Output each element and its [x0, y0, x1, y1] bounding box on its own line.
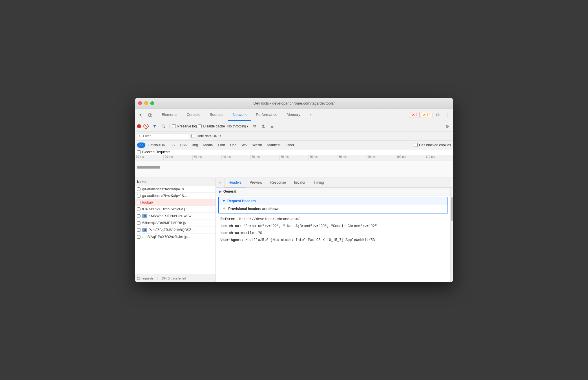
error-badge[interactable]: ✕ 2	[410, 112, 420, 118]
tab-elements[interactable]: Elements	[157, 109, 182, 121]
more-menu-icon[interactable]: ⋮	[443, 111, 451, 119]
file-checkbox[interactable]	[137, 207, 140, 211]
file-list-footer: 25 requests | 594 B transferred	[135, 274, 216, 282]
close-button[interactable]	[138, 101, 142, 105]
type-btn-fetch-xhr[interactable]: Fetch/XHR	[146, 142, 168, 148]
filter-bar: Hide data URLs	[135, 131, 453, 141]
list-item[interactable]: 🖼 KMNWpnRJTP6eHJs1wEw...	[135, 213, 216, 220]
upload-icon[interactable]	[260, 123, 267, 130]
warning-triangle-icon: ⚠	[222, 207, 226, 211]
type-btn-other[interactable]: Other	[283, 142, 297, 148]
tab-more[interactable]: »	[305, 109, 316, 121]
file-checkbox[interactable]	[137, 187, 140, 191]
detail-scroll-thumb[interactable]	[451, 197, 453, 221]
record-button[interactable]	[137, 124, 141, 128]
detail-tab-initiator[interactable]: Initiator	[290, 178, 309, 187]
type-btn-img[interactable]: Img	[190, 142, 200, 148]
list-item[interactable]: - nBjAqf1PuX7O2nvJbJck.jp...	[135, 234, 216, 240]
file-checkbox[interactable]	[137, 235, 140, 239]
detail-tab-timing[interactable]: Timing	[309, 178, 328, 187]
filter-input-wrap	[137, 133, 189, 139]
request-headers-header[interactable]: ▼ Request Headers	[219, 197, 448, 205]
request-headers-bordered-box: ▼ Request Headers ⚠ Provisional headers …	[218, 197, 448, 213]
list-item[interactable]: ga-audiences?t=sr&aip=1&...	[135, 193, 216, 199]
wifi-icon[interactable]	[251, 123, 258, 130]
traffic-lights	[138, 101, 154, 105]
type-btn-js[interactable]: JS	[168, 142, 177, 148]
file-list: ga-audiences?t=sr&aip=1&... ga-audiences…	[135, 186, 216, 274]
detail-tab-response[interactable]: Response	[266, 178, 290, 187]
minimize-button[interactable]	[144, 101, 148, 105]
download-icon[interactable]	[268, 123, 276, 130]
tab-network[interactable]: Network	[228, 109, 251, 121]
list-item[interactable]: 🖼 PzmJZBgZBJ612Hy8QBSZ...	[135, 226, 216, 234]
file-checkbox[interactable]	[137, 194, 140, 198]
settings-icon[interactable]: ⚙	[434, 111, 442, 119]
detail-tab-preview[interactable]: Preview	[246, 178, 266, 187]
window-title: DevTools - developer.chrome.com/tags/dev…	[253, 101, 335, 105]
filter-icon[interactable]	[151, 123, 158, 130]
tick-60ms: 60 ms	[280, 155, 308, 160]
warning-badge[interactable]: ✕ 12	[421, 112, 432, 118]
list-item[interactable]: fD43v6RiVCDlmo3WhVPe.j...	[135, 206, 216, 213]
tick-50ms: 50 ms	[251, 155, 280, 160]
main-tabs: Elements Console Sources Network Perform…	[157, 109, 408, 121]
tick-20ms: 20 ms	[164, 155, 193, 160]
network-settings-icon[interactable]: ⚙	[443, 123, 451, 130]
list-item-selected[interactable]: foobar/	[135, 199, 216, 206]
detail-tab-headers[interactable]: Headers	[224, 178, 246, 187]
detail-content: ▶ General ▼ Request Headers	[216, 188, 450, 282]
preserve-log-checkbox[interactable]: Preserve log	[172, 124, 197, 128]
list-item[interactable]: 53luclsjUVBaBME7MPRb.jp...	[135, 220, 216, 226]
detail-scroll-area: ▶ General ▼ Request Headers	[216, 188, 453, 282]
detail-pane: ✕ Headers Preview Response Initiator Tim…	[216, 178, 453, 282]
waterfall-bar	[137, 166, 160, 169]
type-btn-wasm[interactable]: Wasm	[250, 142, 264, 148]
type-btn-font[interactable]: Font	[216, 142, 227, 148]
tick-110ms: 110 ms	[424, 155, 453, 160]
type-btn-all[interactable]: All	[137, 142, 145, 148]
type-btn-media[interactable]: Media	[201, 142, 215, 148]
svg-point-9	[139, 135, 141, 137]
file-thumbnail: 🖼	[142, 214, 147, 218]
tab-memory[interactable]: Memory	[282, 109, 305, 121]
svg-point-3	[162, 125, 164, 127]
detail-scroll-track	[450, 188, 453, 282]
provisional-warning: ⚠ Provisional headers are shown	[219, 205, 448, 213]
title-bar: DevTools - developer.chrome.com/tags/dev…	[135, 98, 453, 109]
file-list-pane: Name ga-audiences?t=sr&aip=1&... ga-audi…	[135, 178, 216, 282]
tab-console[interactable]: Console	[182, 109, 205, 121]
general-section-header[interactable]: ▶ General	[216, 188, 450, 196]
disable-cache-checkbox[interactable]: Disable cache	[198, 124, 225, 128]
svg-line-10	[141, 137, 142, 137]
tick-10ms: 10 ms	[135, 155, 164, 160]
file-checkbox[interactable]	[137, 214, 140, 218]
maximize-button[interactable]	[150, 101, 154, 105]
file-thumbnail: 🖼	[142, 228, 147, 232]
table-row: Referer: https://developer.chrome.com/	[216, 216, 450, 223]
tab-sources[interactable]: Sources	[205, 109, 228, 121]
type-btn-ws[interactable]: WS	[239, 142, 249, 148]
cursor-icon[interactable]	[137, 111, 145, 119]
device-icon[interactable]	[146, 111, 154, 119]
detail-close-button[interactable]: ✕	[216, 178, 224, 187]
blocked-requests-checkbox[interactable]	[137, 150, 141, 154]
type-btn-manifest[interactable]: Manifest	[265, 142, 283, 148]
file-checkbox[interactable]	[137, 228, 140, 232]
filter-input[interactable]	[143, 134, 187, 138]
timeline-content	[135, 160, 453, 178]
hide-data-urls-checkbox[interactable]: Hide data URLs	[191, 134, 221, 138]
throttling-dropdown[interactable]: No throttling ▾	[226, 124, 250, 129]
devtools-body: Elements Console Sources Network Perform…	[135, 109, 453, 282]
type-btn-css[interactable]: CSS	[178, 142, 189, 148]
file-checkbox[interactable]	[137, 201, 140, 204]
block-icon[interactable]: 🚫	[142, 123, 150, 130]
type-btn-doc[interactable]: Doc	[228, 142, 238, 148]
search-icon[interactable]	[160, 123, 167, 130]
file-checkbox[interactable]	[137, 221, 140, 225]
type-filter-bar: All Fetch/XHR JS CSS Img Media Font Doc …	[135, 141, 453, 149]
tab-performance[interactable]: Performance	[251, 109, 282, 121]
devtools-window: DevTools - developer.chrome.com/tags/dev…	[135, 98, 453, 282]
list-item[interactable]: ga-audiences?t=sr&aip=1&...	[135, 186, 216, 193]
has-blocked-cookies-checkbox[interactable]: Has blocked cookies	[414, 143, 451, 147]
